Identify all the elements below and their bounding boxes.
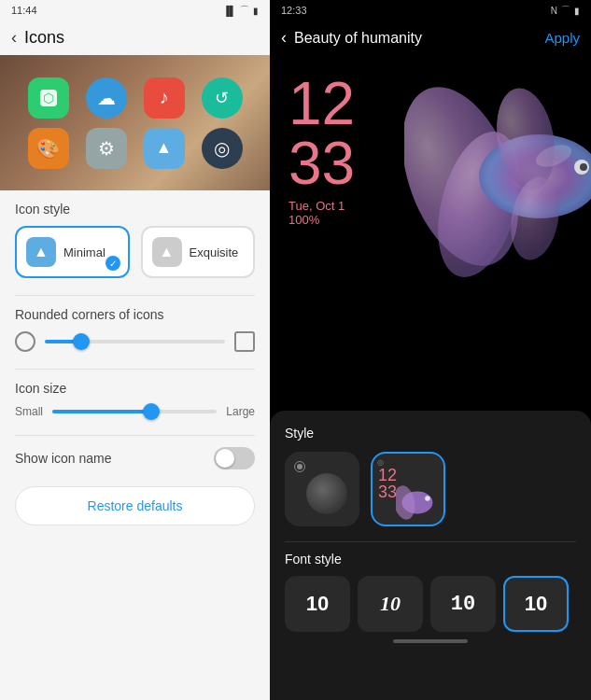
svg-point-11	[396, 484, 417, 522]
right-page-title: Beauty of humanity	[294, 30, 422, 47]
restore-defaults-button[interactable]: Restore defaults	[15, 486, 255, 525]
font-option-3[interactable]: 10	[430, 576, 496, 632]
left-panel: 11:44 ▐▌ ⌒ ▮ ‹ Icons ⬡ ☁ ♪ ↺ 🎨	[0, 0, 270, 700]
left-status-icons: ▐▌ ⌒ ▮	[223, 4, 259, 17]
right-panel: 12:33 N ⌒ ▮ ‹ Beauty of humanity Apply	[270, 0, 591, 700]
moon-preview	[285, 452, 359, 526]
app-icon-gallery: ▲	[144, 128, 185, 169]
fish-illustration	[404, 55, 591, 298]
rounded-corners-track[interactable]	[45, 340, 225, 343]
svg-point-8	[580, 163, 587, 171]
apply-button[interactable]: Apply	[544, 30, 580, 46]
wifi-icon: ⌒	[240, 4, 249, 17]
wallpaper-preview: 12 33 Tue, Oct 1 100%	[270, 55, 591, 411]
left-time: 11:44	[11, 5, 37, 16]
show-icon-name-row: Show icon name	[15, 447, 255, 469]
style-section-label: Style	[285, 426, 576, 441]
icon-style-label: Icon style	[15, 202, 255, 217]
rounded-corners-label: Rounded corners of icons	[15, 307, 255, 322]
font-style-label: Font style	[285, 552, 576, 567]
left-content: Icon style ▲ Minimal ✓ ▲ Exquisite Round…	[0, 190, 270, 700]
clock-display: 12 33 Tue, Oct 1 100%	[288, 74, 355, 227]
round-corner-icon	[15, 331, 35, 352]
show-icon-name-label: Show icon name	[15, 451, 112, 466]
icon-size-fill	[52, 410, 151, 413]
app-icon-teal: ↺	[202, 77, 243, 119]
svg-text:⬡: ⬡	[43, 91, 54, 105]
style-option-exquisite[interactable]: ▲ Exquisite	[141, 226, 256, 278]
divider-1	[15, 295, 255, 296]
exquisite-style-name: Exquisite	[190, 245, 239, 259]
digital-fish-preview: ◎ 12 33	[373, 454, 443, 525]
right-header-left: ‹ Beauty of humanity	[281, 28, 422, 48]
style-option-moon[interactable]	[285, 452, 359, 526]
font-option-1[interactable]: 10	[285, 576, 350, 632]
app-icon-green: ⬡	[28, 77, 69, 119]
clock-hour: 12	[288, 74, 355, 133]
rounded-corners-thumb[interactable]	[73, 333, 90, 350]
size-small-label: Small	[15, 405, 43, 418]
bottom-indicator	[393, 639, 468, 643]
app-icon-blue: ☁	[86, 77, 127, 119]
bottom-sheet: Style ◎	[270, 411, 591, 700]
right-signal-icon: N	[551, 6, 557, 16]
left-header: ‹ Icons	[0, 21, 270, 55]
font-options-row: 10 10 10 10	[285, 576, 576, 632]
show-icon-name-toggle[interactable]	[214, 447, 255, 469]
sheet-divider	[285, 541, 576, 542]
left-status-bar: 11:44 ▐▌ ⌒ ▮	[0, 0, 270, 21]
font-option-2[interactable]: 10	[358, 576, 423, 632]
clock-battery-display: 100%	[288, 213, 355, 227]
left-back-button[interactable]: ‹	[11, 28, 17, 48]
rounded-corners-section: Rounded corners of icons	[15, 307, 255, 352]
icon-preview-area: ⬡ ☁ ♪ ↺ 🎨 ⚙ ▲ ◎	[0, 55, 270, 190]
font-option-4[interactable]: 10	[503, 576, 569, 632]
app-icon-orange: 🎨	[28, 128, 69, 169]
size-large-label: Large	[226, 405, 255, 418]
clock-minute: 33	[288, 133, 355, 193]
right-back-button[interactable]: ‹	[281, 28, 287, 48]
right-status-icons: N ⌒ ▮	[551, 4, 580, 17]
selected-check: ✓	[106, 256, 120, 271]
right-header: ‹ Beauty of humanity Apply	[270, 21, 591, 55]
left-page-title: Icons	[24, 28, 64, 48]
right-battery-icon: ▮	[574, 6, 580, 16]
toggle-knob	[216, 449, 234, 468]
style-options-row: ◎ 12 33	[285, 452, 576, 526]
divider-2	[15, 369, 255, 370]
minimal-style-name: Minimal	[63, 245, 106, 259]
battery-icon: ▮	[253, 6, 259, 16]
clock-date: Tue, Oct 1	[288, 199, 355, 213]
right-time: 12:33	[281, 5, 307, 16]
app-icon-camera: ◎	[202, 128, 243, 169]
exquisite-style-icon: ▲	[152, 237, 182, 267]
icon-style-options: ▲ Minimal ✓ ▲ Exquisite	[15, 226, 255, 278]
style-option-digital-fish[interactable]: ◎ 12 33	[371, 452, 445, 526]
icon-row-top: ⬡ ☁ ♪ ↺	[28, 77, 243, 119]
icon-size-slider-row: Small Large	[15, 405, 255, 418]
right-status-bar: 12:33 N ⌒ ▮	[270, 0, 591, 21]
rounded-corners-slider-row	[15, 331, 255, 352]
minimal-style-icon: ▲	[26, 237, 56, 267]
icon-size-section: Icon size Small Large	[15, 381, 255, 418]
square-corner-icon	[234, 331, 255, 352]
svg-point-12	[425, 496, 430, 501]
right-wifi-icon: ⌒	[561, 4, 570, 17]
app-icon-settings: ⚙	[86, 128, 127, 169]
icon-size-track[interactable]	[52, 410, 217, 413]
style-option-minimal[interactable]: ▲ Minimal ✓	[15, 226, 130, 278]
divider-3	[15, 435, 255, 436]
app-icon-red: ♪	[144, 77, 185, 119]
icon-size-thumb[interactable]	[143, 403, 160, 420]
icon-row-bottom: 🎨 ⚙ ▲ ◎	[28, 128, 243, 169]
signal-icon: ▐▌	[223, 6, 236, 16]
icon-size-label: Icon size	[15, 381, 255, 396]
